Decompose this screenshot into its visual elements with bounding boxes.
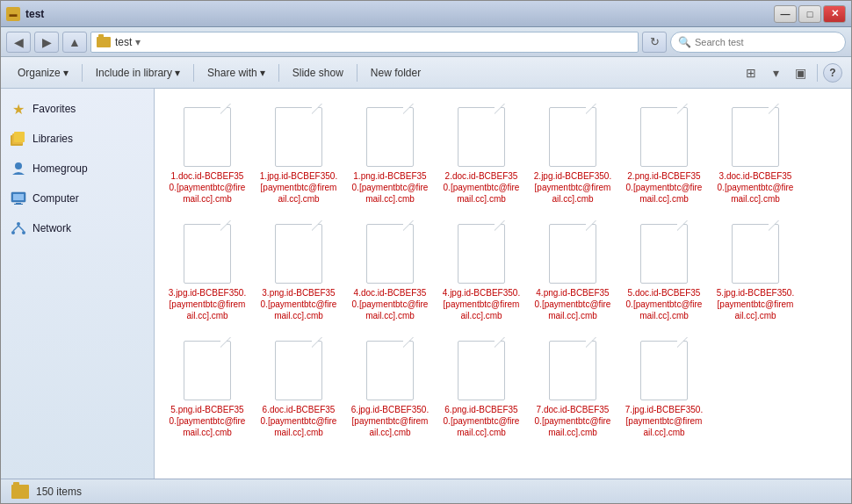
folder-icon: ▬ [6,7,20,21]
sidebar: ★ Favorites Libraries [1,89,155,479]
file-icon [181,104,234,167]
sidebar-section-computer: Computer [1,185,154,212]
back-button[interactable]: ◀ [6,32,31,53]
svg-line-12 [18,226,24,231]
sidebar-section-network: Network [1,215,154,241]
list-item[interactable]: 7.doc.id-BCBEF350.[paymentbtc@firemail.c… [529,331,617,444]
file-area: 1.doc.id-BCBEF350.[paymentbtc@firemail.c… [155,89,851,479]
toolbar-separator-2 [193,64,194,82]
file-label: 5.jpg.id-BCBEF350.[paymentbtc@firemail.c… [716,287,795,321]
list-item[interactable]: 6.png.id-BCBEF350.[paymentbtc@firemail.c… [437,331,525,444]
sidebar-item-computer[interactable]: Computer [1,185,154,212]
list-item[interactable]: 4.jpg.id-BCBEF350.[paymentbtc@firemail.c… [437,214,525,328]
svg-rect-5 [13,194,24,200]
svg-line-11 [13,226,18,231]
sidebar-item-favorites[interactable]: ★ Favorites [1,96,154,122]
list-item[interactable]: 5.jpg.id-BCBEF350.[paymentbtc@firemail.c… [711,214,799,328]
address-bar: ◀ ▶ ▲ test ▾ ↻ 🔍 [1,27,851,57]
help-button[interactable]: ? [823,63,842,83]
file-label: 5.doc.id-BCBEF350.[paymentbtc@firemail.c… [625,287,704,321]
up-button[interactable]: ▲ [62,32,87,53]
list-item[interactable]: 6.doc.id-BCBEF350.[paymentbtc@firemail.c… [255,331,343,444]
file-icon [546,337,599,400]
list-item[interactable]: 6.jpg.id-BCBEF350.[paymentbtc@firemail.c… [346,331,434,444]
file-label: 1.png.id-BCBEF350.[paymentbtc@firemail.c… [350,170,430,205]
file-icon [364,104,416,167]
refresh-button[interactable]: ↻ [642,32,667,53]
sidebar-item-homegroup[interactable]: Homegroup [1,155,154,182]
new-folder-button[interactable]: New folder [363,61,429,85]
svg-rect-2 [14,132,25,142]
list-item[interactable]: 4.png.id-BCBEF350.[paymentbtc@firemail.c… [529,214,617,328]
file-icon [729,220,782,284]
breadcrumb-bar[interactable]: test ▾ [90,32,639,53]
organize-button[interactable]: Organize ▾ [10,61,76,85]
share-with-button[interactable]: Share with ▾ [199,61,273,85]
slide-show-button[interactable]: Slide show [285,61,351,85]
file-icon [181,337,234,400]
list-item[interactable]: 2.doc.id-BCBEF350.[paymentbtc@firemail.c… [437,97,525,211]
toolbar-separator-3 [278,64,279,82]
list-item[interactable]: 2.jpg.id-BCBEF350.[paymentbtc@firemail.c… [529,97,617,211]
file-icon [455,104,508,167]
list-item[interactable]: 5.png.id-BCBEF350.[paymentbtc@firemail.c… [163,331,251,444]
list-item[interactable]: 4.doc.id-BCBEF350.[paymentbtc@firemail.c… [346,214,434,328]
status-bar: 150 items [1,479,851,503]
breadcrumb-dropdown[interactable]: ▾ [135,36,141,48]
close-button[interactable]: ✕ [823,5,846,23]
file-label: 3.jpg.id-BCBEF350.[paymentbtc@firemail.c… [168,287,247,321]
view-dropdown-button[interactable]: ▾ [764,61,787,84]
file-label: 4.doc.id-BCBEF350.[paymentbtc@firemail.c… [350,287,430,321]
file-label: 1.doc.id-BCBEF350.[paymentbtc@firemail.c… [168,170,247,205]
sidebar-item-network[interactable]: Network [1,215,154,241]
maximize-button[interactable]: □ [798,5,821,23]
file-label: 2.doc.id-BCBEF350.[paymentbtc@firemail.c… [442,170,521,205]
window-title: test [25,8,44,20]
title-bar-controls: — □ ✕ [774,5,846,23]
sidebar-label-computer: Computer [32,192,79,205]
search-box[interactable]: 🔍 [670,32,846,53]
search-input[interactable] [695,37,835,47]
file-label: 4.png.id-BCBEF350.[paymentbtc@firemail.c… [533,287,612,321]
file-label: 3.png.id-BCBEF350.[paymentbtc@firemail.c… [259,287,338,321]
main-area: ★ Favorites Libraries [1,89,851,479]
file-icon [272,337,325,400]
homegroup-icon [10,160,27,177]
sidebar-item-libraries[interactable]: Libraries [1,126,154,152]
file-icon [181,220,234,284]
toolbar-separator-5 [817,64,818,82]
list-item[interactable]: 3.png.id-BCBEF350.[paymentbtc@firemail.c… [255,214,343,328]
file-label: 2.png.id-BCBEF350.[paymentbtc@firemail.c… [625,170,704,205]
list-item[interactable]: 3.jpg.id-BCBEF350.[paymentbtc@firemail.c… [163,214,251,328]
libraries-icon [10,130,27,148]
sidebar-label-favorites: Favorites [32,103,76,115]
forward-button[interactable]: ▶ [34,32,59,53]
list-item[interactable]: 1.png.id-BCBEF350.[paymentbtc@firemail.c… [346,97,434,211]
list-item[interactable]: 7.jpg.id-BCBEF350.[paymentbtc@firemail.c… [620,331,708,444]
list-item[interactable]: 1.doc.id-BCBEF350.[paymentbtc@firemail.c… [163,97,251,211]
list-item[interactable]: 1.jpg.id-BCBEF350.[paymentbtc@firemail.c… [255,97,343,211]
file-label: 4.jpg.id-BCBEF350.[paymentbtc@firemail.c… [442,287,521,321]
list-item[interactable]: 2.png.id-BCBEF350.[paymentbtc@firemail.c… [620,97,708,211]
status-folder-icon [11,485,29,499]
preview-pane-button[interactable]: ▣ [789,61,812,84]
file-icon [364,220,416,284]
view-change-button[interactable]: ⊞ [740,61,762,84]
file-icon [546,104,599,167]
include-library-button[interactable]: Include in library ▾ [88,61,188,85]
file-label: 7.doc.id-BCBEF350.[paymentbtc@firemail.c… [533,404,612,438]
toolbar: Organize ▾ Include in library ▾ Share wi… [1,57,851,89]
sidebar-label-network: Network [32,222,71,234]
toolbar-separator-4 [357,64,357,82]
breadcrumb-folder-icon [97,37,111,47]
svg-point-10 [22,231,25,234]
list-item[interactable]: 3.doc.id-BCBEF350.[paymentbtc@firemail.c… [711,97,799,211]
favorites-icon: ★ [10,100,27,118]
file-icon [729,104,782,167]
file-label: 2.jpg.id-BCBEF350.[paymentbtc@firemail.c… [533,170,612,205]
title-bar-left: ▬ test [6,7,44,21]
file-label: 3.doc.id-BCBEF350.[paymentbtc@firemail.c… [716,170,795,205]
status-item-count: 150 items [36,486,82,498]
minimize-button[interactable]: — [774,5,797,23]
list-item[interactable]: 5.doc.id-BCBEF350.[paymentbtc@firemail.c… [620,214,708,328]
